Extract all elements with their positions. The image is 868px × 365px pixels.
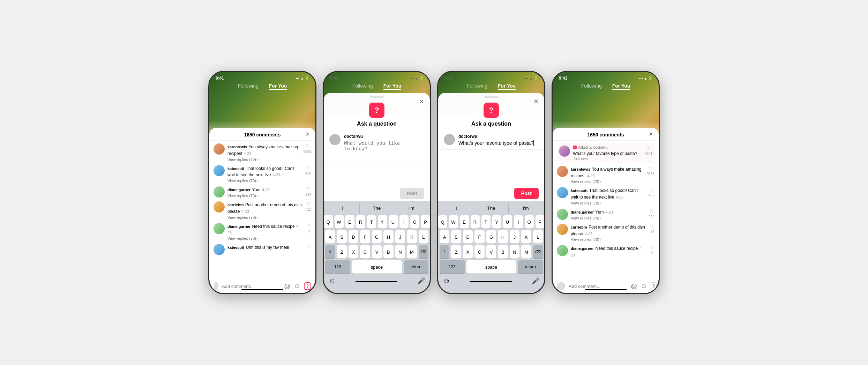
key-123-3[interactable]: 123	[440, 260, 465, 274]
key-b[interactable]: B	[383, 245, 393, 259]
key-y-3[interactable]: Y	[492, 215, 501, 229]
key-u[interactable]: U	[389, 215, 398, 229]
key-a[interactable]: A	[325, 230, 335, 244]
emoji-icon-1[interactable]: ☺	[294, 283, 300, 290]
key-x-3[interactable]: X	[463, 245, 473, 259]
view-replies[interactable]: View replies (70) ›	[571, 216, 646, 220]
key-s[interactable]: S	[337, 230, 346, 244]
key-d[interactable]: D	[349, 230, 358, 244]
suggestion-the-3[interactable]: The	[474, 203, 509, 213]
heart-icon[interactable]: ♡	[650, 245, 654, 251]
key-return[interactable]: return	[404, 260, 429, 274]
key-q[interactable]: Q	[324, 215, 333, 229]
nav-tab-foryou-1[interactable]: For You	[269, 83, 287, 90]
key-r-3[interactable]: R	[471, 215, 480, 229]
key-123[interactable]: 123	[325, 260, 350, 274]
nav-tab-following-1[interactable]: Following	[238, 83, 259, 90]
suggestion-i-2[interactable]: I	[325, 203, 360, 213]
key-p[interactable]: P	[421, 215, 430, 229]
key-v-3[interactable]: V	[486, 245, 496, 259]
key-return-3[interactable]: return	[518, 260, 543, 274]
key-c-3[interactable]: C	[474, 245, 484, 259]
key-a-3[interactable]: A	[440, 230, 449, 244]
key-e-3[interactable]: E	[460, 215, 469, 229]
comments-list-1[interactable]: karenlewis You always make amazing recip…	[209, 141, 315, 279]
suggestion-im-3[interactable]: I'm	[509, 203, 543, 213]
key-space[interactable]: space	[352, 260, 402, 274]
key-z[interactable]: Z	[337, 245, 346, 259]
view-replies[interactable]: View replies (70) ›	[571, 201, 646, 205]
heart-icon[interactable]: ♡	[650, 224, 654, 229]
view-replies[interactable]: View replies (70) ›	[227, 236, 304, 240]
view-replies[interactable]: View replies (70) ›	[227, 194, 302, 198]
key-e[interactable]: E	[345, 215, 354, 229]
key-d-3[interactable]: D	[463, 230, 473, 244]
ask-close-button-2[interactable]: ✕	[419, 98, 424, 105]
heart-icon[interactable]: ♡	[306, 165, 310, 171]
key-j-3[interactable]: J	[510, 230, 519, 244]
key-o[interactable]: O	[410, 215, 419, 229]
key-w[interactable]: W	[335, 215, 344, 229]
key-x[interactable]: X	[349, 245, 358, 259]
key-f[interactable]: F	[360, 230, 370, 244]
key-g[interactable]: G	[372, 230, 382, 244]
suggestion-the-2[interactable]: The	[360, 203, 394, 213]
view-replies[interactable]: View replies (70) ›	[571, 237, 647, 241]
key-m[interactable]: M	[407, 245, 417, 259]
mic-icon-2[interactable]: 🎤	[417, 277, 425, 285]
key-shift-3[interactable]: ⇧	[440, 245, 449, 259]
key-l[interactable]: L	[419, 230, 428, 244]
key-n[interactable]: N	[395, 245, 405, 259]
key-t-3[interactable]: T	[481, 215, 491, 229]
view-replies[interactable]: View replies (70) ›	[227, 157, 301, 162]
key-n-3[interactable]: N	[510, 245, 519, 259]
close-button-4[interactable]: ✕	[649, 131, 653, 137]
suggestion-im-2[interactable]: I'm	[394, 203, 428, 213]
heart-icon[interactable]: ♡	[649, 209, 654, 214]
comment-input-4[interactable]	[569, 284, 627, 289]
key-c[interactable]: C	[360, 245, 370, 259]
heart-icon[interactable]: ♡	[307, 244, 311, 249]
key-shift[interactable]: ⇧	[325, 245, 335, 259]
key-delete-3[interactable]: ⌫	[533, 245, 543, 259]
key-l-3[interactable]: L	[533, 230, 543, 244]
ask-post-button-2[interactable]: Post	[400, 188, 424, 199]
comment-input-1[interactable]	[222, 284, 280, 289]
heart-icon[interactable]: ♡	[649, 187, 654, 193]
emoji-kbd-icon-3[interactable]: ☺	[443, 277, 450, 285]
key-i[interactable]: I	[399, 215, 409, 229]
question-icon-1[interactable]: ?	[304, 282, 311, 290]
view-replies[interactable]: View replies (70) ›	[571, 179, 644, 184]
key-o-3[interactable]: O	[525, 215, 534, 229]
key-u-3[interactable]: U	[503, 215, 512, 229]
key-w-3[interactable]: W	[449, 215, 458, 229]
nav-tab-foryou-4[interactable]: For You	[612, 83, 630, 90]
key-p-3[interactable]: P	[536, 215, 545, 229]
emoji-kbd-icon-2[interactable]: ☺	[329, 277, 336, 285]
suggestion-i-3[interactable]: I	[440, 203, 474, 213]
key-g-3[interactable]: G	[486, 230, 496, 244]
key-f-3[interactable]: F	[474, 230, 484, 244]
key-h[interactable]: H	[383, 230, 393, 244]
key-h-3[interactable]: H	[498, 230, 508, 244]
key-b-3[interactable]: B	[498, 245, 508, 259]
key-k[interactable]: K	[407, 230, 417, 244]
heart-icon-pinned[interactable]: ♡	[646, 146, 651, 151]
view-replies[interactable]: View replies (70) ›	[227, 179, 302, 183]
key-y[interactable]: Y	[378, 215, 387, 229]
heart-icon[interactable]: ♡	[307, 223, 311, 229]
mic-icon-3[interactable]: 🎤	[532, 277, 539, 285]
key-v[interactable]: V	[372, 245, 382, 259]
nav-tab-following-2[interactable]: Following	[352, 83, 373, 90]
ask-close-button-3[interactable]: ✕	[533, 98, 539, 105]
key-j[interactable]: J	[395, 230, 405, 244]
emoji-icon-4[interactable]: ☺	[641, 283, 647, 290]
key-space-3[interactable]: space	[466, 260, 516, 274]
key-i-3[interactable]: I	[514, 215, 523, 229]
key-m-3[interactable]: M	[521, 245, 531, 259]
key-s-3[interactable]: S	[451, 230, 461, 244]
ask-text-input-2[interactable]	[344, 140, 408, 161]
nav-tab-following-3[interactable]: Following	[467, 83, 487, 90]
comments-list-4[interactable]: ? Asked by doctorwu What's your favorite…	[553, 141, 659, 279]
key-q-3[interactable]: Q	[438, 215, 447, 229]
